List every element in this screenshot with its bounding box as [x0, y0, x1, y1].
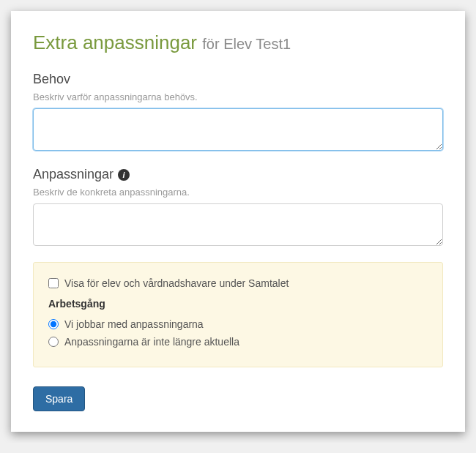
anpassningar-field: Anpassningar i Beskriv de konkreta anpas…: [33, 167, 443, 249]
visibility-checkbox-row[interactable]: Visa för elev och vårdnadshavare under S…: [48, 277, 428, 289]
radio-notcurrent[interactable]: [48, 337, 59, 347]
form-window: Extra anpassningar för Elev Test1 Behov …: [11, 11, 465, 432]
radio-working-label: Vi jobbar med anpassningarna: [64, 318, 204, 330]
options-panel: Visa för elev och vårdnadshavare under S…: [33, 262, 443, 367]
workflow-heading: Arbetsgång: [48, 298, 428, 310]
behov-field: Behov Beskriv varför anpassningarna behö…: [33, 72, 443, 154]
anpassningar-label-text: Anpassningar: [33, 167, 114, 182]
visibility-label: Visa för elev och vårdnadshavare under S…: [64, 277, 289, 289]
title-sub: för Elev Test1: [202, 36, 291, 52]
radio-row-working[interactable]: Vi jobbar med anpassningarna: [48, 318, 428, 330]
radio-working[interactable]: [48, 319, 59, 329]
page-title: Extra anpassningar för Elev Test1: [33, 31, 443, 54]
visibility-checkbox[interactable]: [48, 278, 59, 288]
info-icon[interactable]: i: [118, 169, 130, 181]
anpassningar-hint: Beskriv de konkreta anpassningarna.: [33, 187, 443, 198]
behov-textarea[interactable]: [33, 108, 443, 151]
anpassningar-label: Anpassningar i: [33, 167, 443, 182]
radio-notcurrent-label: Anpassningarna är inte längre aktuella: [64, 336, 239, 348]
anpassningar-textarea[interactable]: [33, 203, 443, 246]
behov-label: Behov: [33, 72, 443, 87]
behov-hint: Beskriv varför anpassningarna behövs.: [33, 91, 443, 102]
save-button[interactable]: Spara: [33, 386, 85, 411]
radio-row-notcurrent[interactable]: Anpassningarna är inte längre aktuella: [48, 336, 428, 348]
title-main: Extra anpassningar: [33, 31, 197, 53]
